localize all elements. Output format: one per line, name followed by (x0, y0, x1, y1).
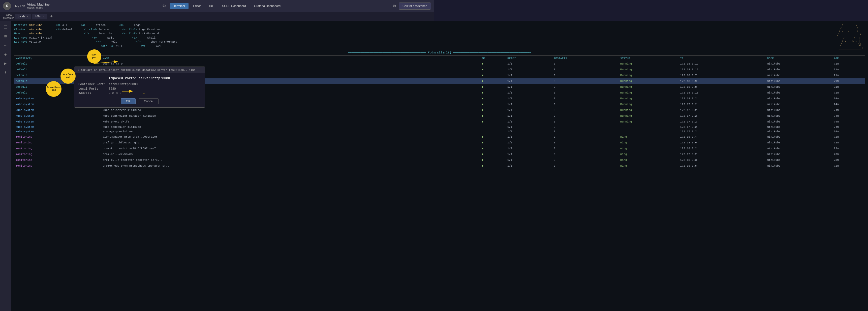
popup-body: Exposed Ports: server/http:8080 Containe… (74, 73, 205, 107)
scdf-pod-annotation: SCDF pod (87, 50, 101, 63)
tab-scdf-dashboard[interactable]: SCDF Dashboard (218, 3, 249, 9)
pod-namespace: kube-system (14, 129, 101, 134)
bash-tab-label: bash (18, 15, 25, 19)
top-bar: S My Lab Virtual Machine status: ready ⚙… (0, 0, 434, 12)
pod-name: scdf-kafka-0 (101, 61, 434, 67)
table-row[interactable]: kube-system kube-apiserver-minikube ● 1/… (14, 107, 434, 113)
pod-name: storage-provisioner (101, 129, 434, 134)
pod-namespace: kube-system (14, 107, 101, 113)
table-row[interactable]: kube-system storage-provisioner 1/1 0 17… (14, 129, 434, 134)
nav-tabs: Terminal Editor IDE SCDF Dashboard Grafa… (170, 3, 284, 9)
add-tab-button[interactable]: + (48, 14, 55, 19)
popup-title: ⇒ forward on default/scdf-spring-cloud-d… (74, 67, 205, 73)
port-forward-dialog: ⇒ forward on default/scdf-spring-cloud-d… (74, 66, 205, 107)
sidebar-icon-grid[interactable]: ⊞ (1, 32, 9, 40)
pod-namespace: default (14, 61, 101, 67)
table-row[interactable]: monitoring prom-no...er-5mvmm ● 1/1 0 ni… (14, 152, 434, 156)
popup-ok-button[interactable]: OK (121, 98, 135, 104)
col-name: NAME (101, 56, 434, 61)
main-terminal: /--------\ / \ / < > \ /______________\ … (11, 21, 434, 156)
pod-namespace: kube-system (14, 119, 101, 125)
table-row[interactable]: monitoring alertmanager-prom-prom...oper… (14, 134, 434, 140)
sidebar-icon-menu[interactable]: ☰ (1, 23, 9, 31)
terminal-tab-k9s[interactable]: k9s × (32, 14, 47, 20)
tab-ide[interactable]: IDE (206, 3, 217, 9)
local-port-row: Local Port:8080 (79, 87, 201, 91)
k9s-tab-close[interactable]: × (42, 15, 44, 19)
popup-cancel-button[interactable]: Cancel (138, 98, 158, 104)
grafana-pod-annotation: Grafana pod (61, 68, 75, 84)
pod-namespace: monitoring (14, 140, 101, 146)
tab-grafana-dashboard[interactable]: Grafana Dashboard (250, 3, 284, 9)
call-assistance-button[interactable]: Call for assistance (399, 2, 431, 9)
pod-namespace: monitoring (14, 134, 101, 140)
pod-name: alertmanager-prom-prom...operator- (101, 134, 434, 140)
pod-name: prom-ku...metrics-78c6ff697d-wz7... (101, 146, 434, 152)
sidebar-icon-play[interactable]: ▶ (1, 60, 9, 67)
pod-namespace: kube-system (14, 113, 101, 119)
sidebar-icon-download[interactable]: ⬇ (1, 68, 9, 76)
gear-button[interactable]: ⚙ (162, 3, 166, 8)
left-sidebar: ☰ ⊞ ✏ ◈ ▶ ⬇ (0, 21, 11, 156)
terminal-tab-bash[interactable]: bash × (14, 14, 31, 20)
popup-actions: OK Cancel (79, 98, 201, 104)
mylab-label: My Lab (15, 4, 25, 8)
container-port-row: Container Port:server/http:8080 (79, 83, 201, 86)
pod-name: kube-scheduler-minikube (101, 125, 434, 129)
table-row[interactable]: kube-system kube-controller-manager-mini… (14, 113, 434, 119)
bash-tab-close[interactable]: × (27, 15, 28, 19)
sidebar-icon-edit[interactable]: ✏ (1, 41, 9, 50)
table-row[interactable]: monitoring prom-ku...metrics-78c6ff697d-… (14, 146, 434, 152)
pod-namespace: kube-system (14, 125, 101, 129)
table-row[interactable]: kube-system kube-scheduler-minikube 1/1 … (14, 125, 434, 129)
vm-info: Virtual Machine status: ready (27, 2, 50, 9)
pods-header: ────────────────────────────────────────… (14, 50, 434, 56)
table-row[interactable]: kube-system kube-proxy-dxtf8 ● 1/1 0 Run… (14, 119, 434, 125)
logo: S (3, 2, 11, 10)
pod-name: prom-no...er-5mvmm (101, 152, 434, 156)
pod-name: kube-controller-manager-minikube (101, 113, 434, 119)
pod-name: kube-apiserver-minikube (101, 107, 434, 113)
exposed-ports-title: Exposed Ports: server/http:8080 (79, 76, 201, 80)
table-row[interactable]: monitoring graf-gr...bf96c9c-rgj9r ● 1/1… (14, 140, 434, 146)
table-row[interactable]: default scdf-kafka-0 ● 1/1 0 Running 172… (14, 61, 434, 67)
tab-bar: Followpresenter bash × k9s × + (0, 12, 434, 21)
prometheus-pod-annotation: Prometheus pod (46, 81, 62, 97)
follow-presenter-label: Followpresenter (2, 13, 14, 20)
pod-namespace: monitoring (14, 152, 101, 156)
sidebar-icon-diamond[interactable]: ◈ (1, 51, 9, 59)
top-right: ⧉ Call for assistance (393, 2, 431, 9)
pod-name: kube-proxy-dxtf8 (101, 119, 434, 125)
vm-status: status: ready (27, 6, 50, 9)
address-row: Address:0.0.0.0 → (79, 92, 201, 95)
external-link-button[interactable]: ⧉ (393, 4, 396, 8)
tab-terminal[interactable]: Terminal (170, 3, 188, 9)
vm-title: Virtual Machine (27, 2, 50, 6)
pod-name: graf-gr...bf96c9c-rgj9r (101, 140, 434, 146)
pod-namespace: monitoring (14, 146, 101, 152)
k9s-tab-label: k9s (35, 15, 41, 19)
tab-editor[interactable]: Editor (189, 3, 205, 9)
